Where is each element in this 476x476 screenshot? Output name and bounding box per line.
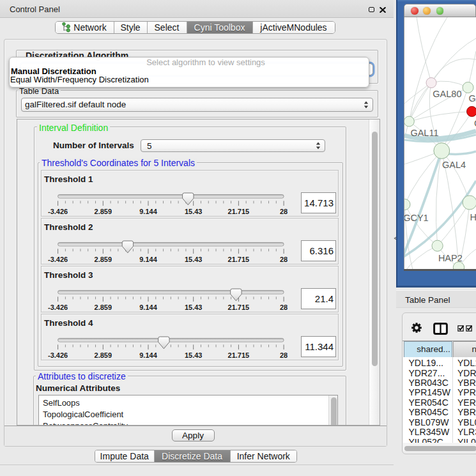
svg-text:9.144: 9.144 [139, 303, 157, 311]
svg-text:GAL11: GAL11 [410, 128, 438, 138]
svg-text:28: 28 [280, 303, 288, 311]
svg-text:15.43: 15.43 [185, 255, 203, 263]
svg-text:9.144: 9.144 [139, 255, 157, 263]
svg-text:HAP2: HAP2 [438, 253, 463, 263]
svg-text:15.43: 15.43 [185, 207, 203, 215]
svg-text:-3.426: -3.426 [48, 255, 68, 263]
svg-text:21.715: 21.715 [228, 351, 250, 358]
svg-text:-3.426: -3.426 [48, 207, 68, 215]
svg-text:GCY1: GCY1 [404, 213, 429, 223]
svg-text:9.144: 9.144 [139, 351, 157, 358]
svg-text:2.859: 2.859 [95, 351, 112, 358]
svg-text:2.859: 2.859 [95, 255, 112, 263]
svg-text:2.859: 2.859 [95, 303, 112, 311]
svg-text:21.715: 21.715 [228, 303, 250, 311]
svg-text:9.144: 9.144 [139, 207, 157, 215]
svg-text:15.43: 15.43 [185, 303, 203, 311]
svg-text:GA: GA [469, 93, 476, 104]
svg-text:GAL80: GAL80 [433, 89, 461, 99]
svg-text:21.715: 21.715 [228, 255, 250, 263]
svg-text:2.859: 2.859 [95, 207, 112, 215]
svg-text:-3.426: -3.426 [48, 303, 68, 311]
svg-text:21.715: 21.715 [228, 207, 250, 215]
svg-text:GAL4: GAL4 [442, 160, 466, 170]
svg-text:28: 28 [280, 351, 288, 358]
svg-text:H: H [470, 212, 476, 222]
svg-text:28: 28 [280, 255, 288, 263]
svg-text:15.43: 15.43 [185, 351, 203, 358]
svg-text:-3.426: -3.426 [48, 351, 68, 358]
svg-text:28: 28 [280, 207, 288, 215]
